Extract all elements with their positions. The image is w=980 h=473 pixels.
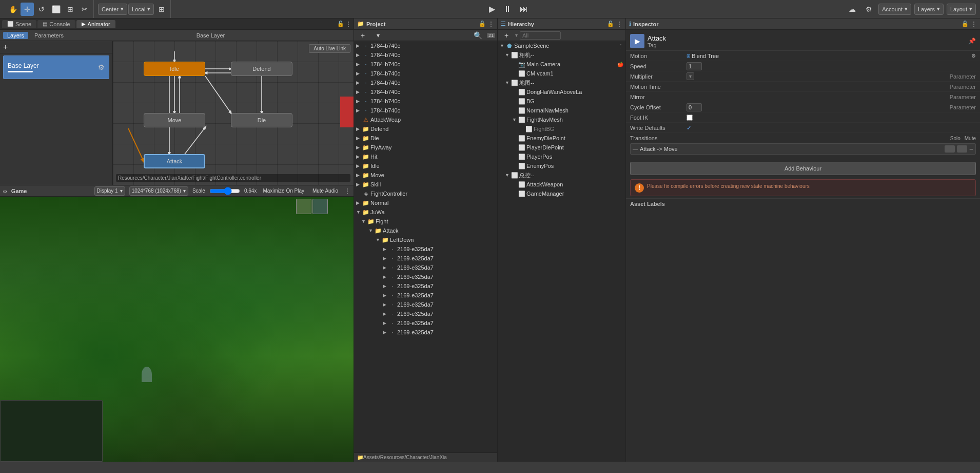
pivot-dropdown[interactable]: Center ▾ xyxy=(98,4,127,15)
step-button[interactable]: ⏭ xyxy=(517,4,531,15)
list-item[interactable]: ▼ ⬜ 总控-- xyxy=(498,171,625,180)
hierarchy-lock-icon[interactable]: 🔓 xyxy=(607,21,614,27)
cloud-services-btn[interactable]: ☁ xyxy=(846,3,859,16)
anim-tab-layers[interactable]: Layers xyxy=(3,32,28,39)
list-item[interactable]: ⬜ FightBG xyxy=(498,124,625,134)
inspector-dots[interactable]: ⋮ xyxy=(971,21,977,28)
rect-tool[interactable]: ⊞ xyxy=(64,3,77,16)
scene-root-item[interactable]: ▼ ⬟ SampleScene ⋮ xyxy=(498,41,625,50)
layers-dropdown[interactable]: Layers ▾ xyxy=(914,4,944,15)
list-item[interactable]: ▶ · 1784-b740c xyxy=(354,41,497,50)
list-item[interactable]: ▶ · 2169-e325da7 xyxy=(354,254,497,263)
add-behaviour-btn[interactable]: Add Behaviour xyxy=(630,162,976,175)
list-item[interactable]: ⬜ PlayerPos xyxy=(498,152,625,161)
mute-toggle[interactable] xyxy=(957,145,967,153)
list-item[interactable]: ▶ · 1784-b740c xyxy=(354,97,497,106)
project-add-btn[interactable]: + xyxy=(356,29,369,42)
list-item[interactable]: ▶ 📁 Die xyxy=(354,134,497,143)
list-item[interactable]: ▼ ⬜ 相机-- xyxy=(498,50,625,60)
base-layer-item[interactable]: Base Layer ⚙ xyxy=(3,55,109,79)
list-item[interactable]: ▶ · 2169-e325da7 xyxy=(354,244,497,254)
tab-scene[interactable]: ⬜ Scene xyxy=(2,20,36,28)
layer-settings-icon[interactable]: ⚙ xyxy=(98,63,105,71)
list-item[interactable]: ▶ 📁 Idle xyxy=(354,161,497,171)
game-dots[interactable]: ⋮ xyxy=(344,187,350,195)
display-dropdown[interactable]: Display 1 ▾ xyxy=(94,186,125,196)
hierarchy-add-btn[interactable]: + xyxy=(500,29,513,42)
play-button[interactable]: ▶ xyxy=(486,3,498,15)
resolution-dropdown[interactable]: 1024*768 (1024x768) ▾ xyxy=(129,186,188,196)
list-item[interactable]: ▶ 📁 Move xyxy=(354,171,497,180)
hierarchy-dots[interactable]: ⋮ xyxy=(616,21,622,28)
list-item[interactable]: ▶ 📁 Skill xyxy=(354,180,497,189)
list-item[interactable]: ⬜ CM vcam1 xyxy=(498,69,625,78)
hierarchy-search-input[interactable] xyxy=(520,31,561,40)
list-item[interactable]: ▶ · 2169-e325da7 xyxy=(354,309,497,318)
project-dots[interactable]: ⋮ xyxy=(488,21,494,28)
tab-animator[interactable]: ▶ Animator xyxy=(76,20,115,28)
remove-transition-btn[interactable]: − xyxy=(969,145,973,153)
cycle-offset-input[interactable] xyxy=(687,103,702,111)
state-attack[interactable]: Attack xyxy=(144,154,205,168)
account-dropdown[interactable]: Account ▾ xyxy=(878,4,911,15)
list-item[interactable]: ▶ 📁 FlyAway xyxy=(354,143,497,152)
hand-tool[interactable]: ✋ xyxy=(6,3,19,16)
scale-tool[interactable]: ⬜ xyxy=(49,3,63,16)
list-item[interactable]: ▶ · 2169-e325da7 xyxy=(354,300,497,309)
list-item[interactable]: ▶ · 2169-e325da7 xyxy=(354,272,497,281)
list-item[interactable]: ▼ ⬜ 地图-- xyxy=(498,78,625,87)
collab-btn[interactable]: ⚙ xyxy=(862,3,875,16)
list-item[interactable]: ▶ 📁 Defend xyxy=(354,124,497,134)
inspector-lock-icon[interactable]: 🔓 xyxy=(962,21,969,27)
list-item[interactable]: ▶ · 2169-e325da7 xyxy=(354,291,497,300)
list-item[interactable]: ▶ 📁 Hit xyxy=(354,152,497,161)
move-tool[interactable]: ✛ xyxy=(21,3,34,16)
mute-audio-btn[interactable]: Mute Audio xyxy=(310,184,340,198)
list-item[interactable]: ⬜ PlayerDiePoint xyxy=(498,143,625,152)
list-item[interactable]: ▶ · 2169-e325da7 xyxy=(354,318,497,328)
scene-menu-icon[interactable]: ⋮ xyxy=(618,43,623,49)
list-item[interactable]: ⬜ AttackWeapon xyxy=(498,180,625,189)
list-item[interactable]: ▶ · 1784-b740c xyxy=(354,78,497,87)
animator-lock-icon[interactable]: 🔓 xyxy=(337,21,344,27)
list-item[interactable]: ▼ ⬜ FightNavMesh xyxy=(498,115,625,124)
state-idle[interactable]: Idle xyxy=(144,62,205,76)
rotate-tool[interactable]: ↺ xyxy=(35,3,48,16)
foot-ik-checkbox[interactable] xyxy=(687,115,693,121)
animator-dots[interactable]: ⋮ xyxy=(345,21,351,28)
add-layer-btn[interactable]: + xyxy=(3,43,8,51)
pause-button[interactable]: ⏸ xyxy=(500,4,515,15)
list-item[interactable]: ▶ · 1784-b740c xyxy=(354,87,497,97)
solo-toggle[interactable] xyxy=(945,145,955,153)
anim-tab-params[interactable]: Parameters xyxy=(30,32,68,39)
scale-slider[interactable] xyxy=(209,189,240,193)
state-defend[interactable]: Defend xyxy=(231,62,292,76)
list-item[interactable]: ▼ 📁 Attack xyxy=(354,226,497,235)
list-item[interactable]: ⚠ AttackWeap xyxy=(354,115,497,124)
list-item[interactable]: ▶ · 1784-b740c xyxy=(354,60,497,69)
inspector-pin-icon[interactable]: 📌 xyxy=(968,37,976,45)
list-item[interactable]: ⬜ DongHaiWanAboveLa xyxy=(498,87,625,97)
tab-console[interactable]: ▤ Console xyxy=(37,20,75,28)
list-item[interactable]: ◈ FightController xyxy=(354,189,497,198)
list-item[interactable]: ▶ · 1784-b740c xyxy=(354,50,497,60)
state-move[interactable]: Move xyxy=(144,113,205,127)
list-item[interactable]: ▼ 📁 LeftDown xyxy=(354,235,497,244)
motion-settings-icon[interactable]: ⚙ xyxy=(971,53,976,59)
list-item[interactable]: 📷 Main Camera 🍎 xyxy=(498,60,625,69)
multiplier-dropdown[interactable]: ▾ xyxy=(687,72,694,80)
list-item[interactable]: ▶ · 2169-e325da7 xyxy=(354,328,497,337)
state-die[interactable]: Die xyxy=(231,113,292,127)
list-item[interactable]: ▶ · 2169-e325da7 xyxy=(354,263,497,272)
list-item[interactable]: ▶ · 2169-e325da7 xyxy=(354,281,497,291)
transition-item[interactable]: — Attack -> Move − xyxy=(630,143,976,155)
list-item[interactable]: ▶ · 1784-b740c xyxy=(354,106,497,115)
list-item[interactable]: ⬜ EnemyPos xyxy=(498,161,625,171)
maximize-on-play-btn[interactable]: Maximize On Play xyxy=(261,184,306,198)
graph-area[interactable]: Auto Live Link xyxy=(113,41,354,185)
speed-input[interactable] xyxy=(687,62,702,70)
grid-btn[interactable]: ⊞ xyxy=(155,3,168,16)
list-item[interactable]: ⬜ GameManager xyxy=(498,189,625,198)
list-item[interactable]: ▼ 📁 Fight xyxy=(354,217,497,226)
project-lock-icon[interactable]: 🔓 xyxy=(479,21,486,27)
